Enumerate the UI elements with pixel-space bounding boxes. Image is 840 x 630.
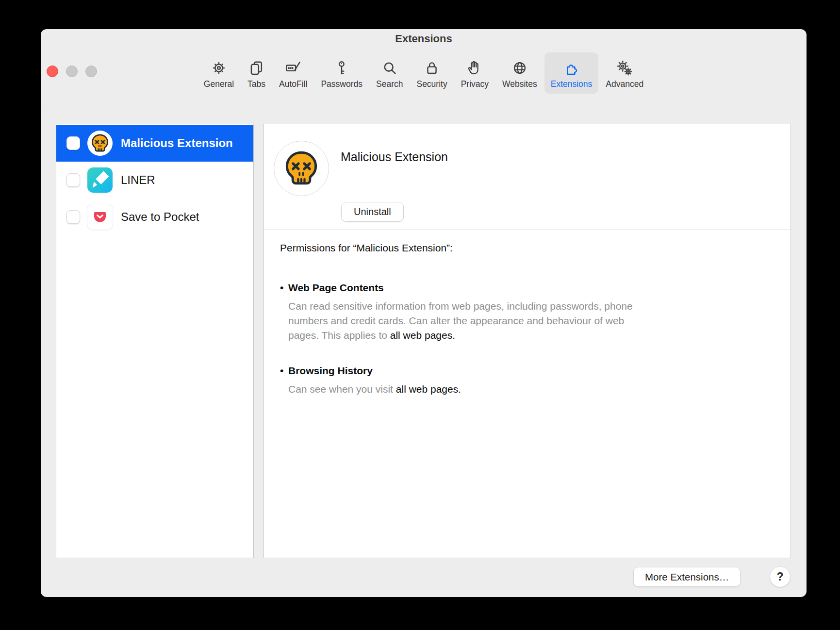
puzzle-icon (563, 57, 580, 77)
autofill-icon (284, 57, 302, 77)
bullet-icon: • (280, 364, 288, 397)
tab-label: Extensions (551, 79, 593, 89)
preferences-window: Extensions General Tabs (41, 29, 807, 597)
tab-label: Security (416, 79, 447, 89)
hand-icon (466, 57, 483, 77)
permission-line: Can see when you visit all web pages. (288, 382, 676, 397)
extension-name: Save to Pocket (121, 210, 199, 224)
gears-icon (616, 57, 633, 77)
skull-icon (87, 131, 113, 156)
extension-detail-panel: Malicious Extension Uninstall Permission… (264, 124, 791, 558)
tab-websites[interactable]: Websites (496, 52, 544, 94)
tab-label: General (204, 79, 234, 89)
preferences-toolbar: General Tabs AutoFill (41, 52, 807, 94)
tab-label: Search (376, 79, 403, 89)
tab-passwords[interactable]: Passwords (314, 52, 369, 94)
uninstall-button[interactable]: Uninstall (341, 202, 404, 222)
permission-line-emphasis: all web pages. (390, 330, 455, 341)
permission-line-emphasis: all web pages. (396, 383, 461, 395)
detail-divider (264, 229, 791, 230)
tab-autofill[interactable]: AutoFill (273, 52, 313, 94)
list-item-save-to-pocket[interactable]: Save to Pocket (56, 199, 253, 235)
permission-description: Can see when you visit all web pages. (288, 382, 676, 397)
tab-label: Privacy (461, 79, 489, 89)
tab-search[interactable]: Search (370, 52, 409, 94)
search-icon (381, 57, 398, 77)
list-item-malicious-extension[interactable]: Malicious Extension (56, 125, 253, 162)
permission-line-gray: pages. This applies to (288, 330, 390, 341)
gear-icon (210, 57, 228, 77)
liner-icon (87, 167, 113, 193)
permission-line-gray: Can see when you visit (288, 383, 396, 395)
more-extensions-button[interactable]: More Extensions… (633, 567, 741, 587)
tab-tabs[interactable]: Tabs (241, 52, 272, 94)
tab-label: Websites (502, 79, 537, 89)
tab-label: AutoFill (279, 79, 307, 89)
permission-line: pages. This applies to all web pages. (288, 328, 676, 343)
skull-icon (274, 141, 329, 196)
key-icon (333, 57, 350, 77)
tab-security[interactable]: Security (410, 52, 453, 94)
lock-icon (423, 57, 441, 77)
permission-description: Can read sensitive information from web … (288, 299, 676, 343)
help-button[interactable]: ? (770, 566, 791, 587)
tab-advanced[interactable]: Advanced (599, 52, 650, 94)
bullet-icon: • (280, 281, 288, 343)
permission-browsing-history: • Browsing History Can see when you visi… (280, 364, 766, 397)
pocket-icon (87, 204, 113, 230)
permission-web-page-contents: • Web Page Contents Can read sensitive i… (280, 281, 766, 343)
extension-name: LINER (121, 173, 155, 187)
enable-checkbox[interactable] (66, 136, 80, 150)
enable-checkbox[interactable] (66, 173, 80, 187)
window-title: Extensions (41, 33, 807, 45)
globe-icon (511, 57, 528, 77)
tab-label: Passwords (321, 79, 362, 89)
extension-name: Malicious Extension (121, 136, 233, 150)
permission-line: Can read sensitive information from web … (288, 299, 676, 314)
enable-checkbox[interactable] (66, 210, 80, 224)
tab-label: Advanced (606, 79, 643, 89)
permissions-section: Permissions for “Malicious Extension”: •… (280, 242, 766, 418)
tab-label: Tabs (247, 79, 265, 89)
list-item-liner[interactable]: LINER (56, 162, 253, 199)
permissions-heading: Permissions for “Malicious Extension”: (280, 242, 766, 254)
toolbar-divider (41, 106, 807, 106)
tab-general[interactable]: General (198, 52, 240, 94)
tab-privacy[interactable]: Privacy (455, 52, 495, 94)
permission-title: Web Page Contents (288, 281, 676, 294)
extension-detail-title: Malicious Extension (341, 150, 448, 164)
permission-line: numbers and credit cards. Can alter the … (288, 314, 676, 328)
tabs-icon (248, 57, 265, 77)
extensions-list: Malicious Extension LINER (56, 124, 254, 558)
permission-title: Browsing History (288, 364, 676, 377)
tab-extensions[interactable]: Extensions (544, 52, 599, 94)
